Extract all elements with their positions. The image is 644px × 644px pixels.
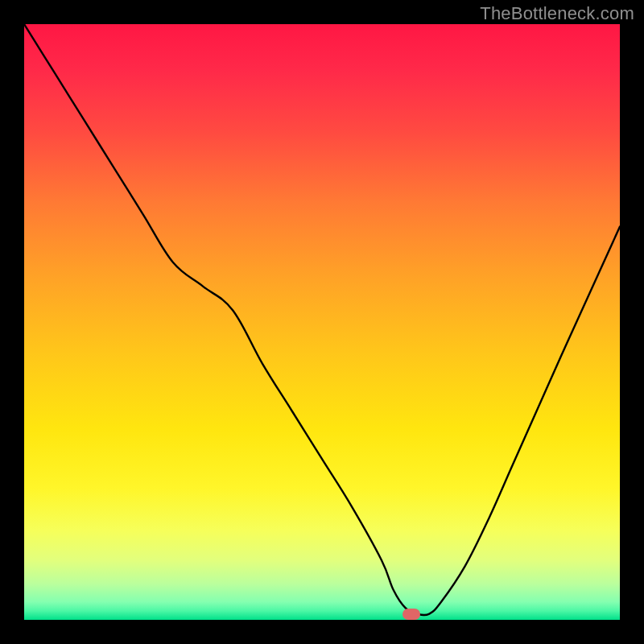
optimum-marker	[402, 609, 420, 620]
curve-path	[24, 24, 620, 615]
bottleneck-curve	[24, 24, 620, 620]
chart-frame: TheBottleneck.com	[0, 0, 644, 644]
plot-area	[24, 24, 620, 620]
watermark-text: TheBottleneck.com	[480, 3, 634, 24]
